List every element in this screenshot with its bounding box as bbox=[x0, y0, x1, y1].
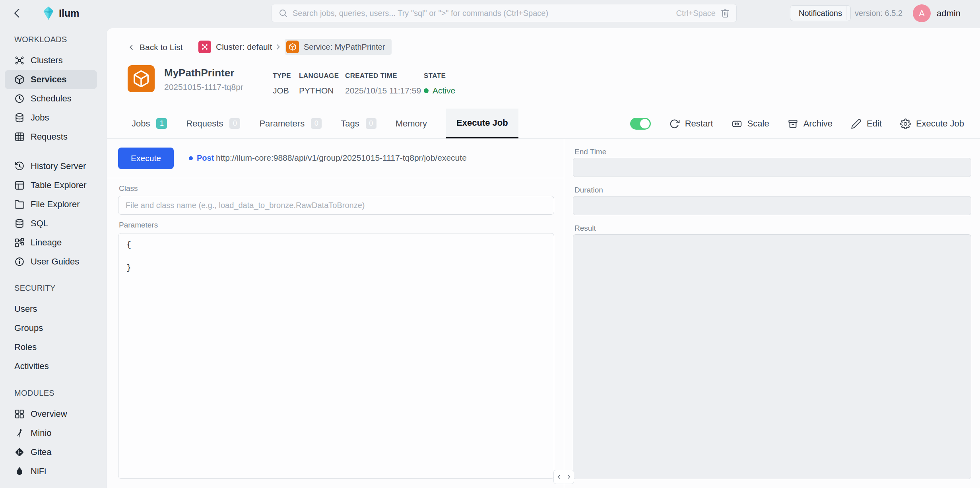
execute-endpoint-url: http://ilum-core:9888/api/v1/group/20251… bbox=[216, 153, 467, 163]
meta-created-time: CREATED TIME 2025/10/15 11:17:59 bbox=[345, 72, 421, 95]
tab-badge: 1 bbox=[156, 118, 167, 129]
sidebar-item-label: Table Explorer bbox=[31, 180, 87, 191]
sidebar: WORKLOADS Clusters Services Schedules Jo… bbox=[0, 26, 107, 488]
collapse-left-button[interactable] bbox=[553, 470, 564, 484]
sidebar-item-gitea[interactable]: Gitea bbox=[0, 443, 97, 462]
gitea-icon bbox=[14, 447, 25, 457]
tab-requests[interactable]: Requests 0 bbox=[186, 109, 240, 138]
sidebar-item-overview[interactable]: Overview bbox=[0, 404, 97, 424]
sidebar-item-file-explorer[interactable]: File Explorer bbox=[0, 195, 97, 214]
sidebar-item-minio[interactable]: Minio bbox=[0, 424, 97, 443]
meta-label: STATE bbox=[424, 72, 455, 80]
history-server-icon bbox=[14, 161, 25, 171]
sql-icon bbox=[14, 218, 25, 229]
sidebar-item-nifi[interactable]: NiFi bbox=[0, 462, 97, 481]
end-time-label: End Time bbox=[574, 148, 606, 156]
back-arrow-icon[interactable] bbox=[10, 6, 24, 20]
tab-label: Memory bbox=[396, 119, 427, 129]
archive-label: Archive bbox=[803, 119, 833, 129]
state-badge: Active bbox=[433, 86, 455, 95]
tab-label: Execute Job bbox=[456, 118, 508, 128]
restart-button[interactable]: Restart bbox=[669, 119, 713, 129]
notifications-button[interactable]: Notifications bbox=[790, 5, 851, 21]
post-method-label: Post bbox=[197, 154, 214, 163]
username-label: admin bbox=[937, 8, 961, 19]
sidebar-item-groups[interactable]: Groups bbox=[0, 319, 97, 338]
sidebar-item-services[interactable]: Services bbox=[5, 70, 97, 89]
restart-label: Restart bbox=[685, 119, 713, 129]
breadcrumb-cluster-label: Cluster: default bbox=[216, 42, 272, 52]
sidebar-item-activities[interactable]: Activities bbox=[0, 357, 97, 376]
execute-button[interactable]: Execute bbox=[118, 148, 174, 169]
sidebar-item-lineage[interactable]: Lineage bbox=[0, 233, 97, 252]
tab-badge: 0 bbox=[229, 118, 240, 129]
sidebar-item-table-explorer[interactable]: Table Explorer bbox=[0, 176, 97, 195]
ilum-logo-icon bbox=[41, 6, 56, 21]
scale-button[interactable]: Scale bbox=[732, 119, 769, 129]
clear-search-icon[interactable] bbox=[720, 8, 730, 18]
sidebar-item-label: Activities bbox=[14, 361, 49, 371]
search-shortcut-hint: Ctrl+Space bbox=[676, 9, 716, 18]
tab-label: Parameters bbox=[259, 119, 305, 129]
brand-name: Ilum bbox=[59, 8, 79, 19]
collapse-right-button[interactable] bbox=[564, 470, 574, 484]
sidebar-item-user-guides[interactable]: User Guides bbox=[0, 252, 97, 271]
panel-collapse-controls bbox=[553, 470, 574, 484]
sidebar-item-label: Jobs bbox=[31, 113, 49, 123]
sidebar-item-clusters[interactable]: Clusters bbox=[0, 51, 97, 70]
sidebar-item-label: Schedules bbox=[31, 93, 72, 104]
tab-tags[interactable]: Tags 0 bbox=[341, 109, 376, 138]
archive-button[interactable]: Archive bbox=[788, 119, 833, 129]
sidebar-item-label: Lineage bbox=[31, 237, 62, 248]
sidebar-item-label: Roles bbox=[14, 342, 37, 352]
service-group-id: 20251015-1117-tq8pr bbox=[164, 82, 243, 92]
breadcrumb-back[interactable]: Back to List bbox=[127, 41, 183, 54]
sidebar-item-label: Services bbox=[31, 74, 67, 85]
main-content: Back to List Cluster: default Service: M… bbox=[107, 28, 980, 488]
service-icon bbox=[286, 41, 299, 53]
result-textarea bbox=[573, 234, 971, 479]
tab-jobs[interactable]: Jobs 1 bbox=[132, 109, 167, 138]
edit-button[interactable]: Edit bbox=[851, 119, 882, 129]
nifi-icon bbox=[14, 466, 25, 476]
tab-memory[interactable]: Memory bbox=[396, 109, 427, 138]
sidebar-item-label: Minio bbox=[31, 428, 52, 438]
parameters-textarea[interactable]: { } bbox=[118, 233, 554, 479]
chevron-left-icon bbox=[127, 43, 136, 52]
sidebar-section-tools: History Server Table Explorer File Explo… bbox=[0, 157, 107, 271]
sidebar-item-users[interactable]: Users bbox=[0, 299, 97, 319]
sidebar-section-security: SECURITY Users Groups Roles Activities bbox=[0, 284, 107, 376]
minio-icon bbox=[14, 428, 25, 438]
sidebar-item-history-server[interactable]: History Server bbox=[0, 157, 97, 176]
execute-form-panel: Execute Post http://ilum-core:9888/api/v… bbox=[107, 139, 564, 488]
sidebar-section-modules: MODULES Overview Minio Gitea NiFi bbox=[0, 389, 107, 481]
sidebar-item-schedules[interactable]: Schedules bbox=[0, 89, 97, 108]
breadcrumb-cluster[interactable]: Cluster: default bbox=[198, 40, 272, 54]
sidebar-item-roles[interactable]: Roles bbox=[0, 338, 97, 357]
search-input[interactable] bbox=[293, 9, 671, 18]
chevron-right-icon bbox=[274, 43, 283, 51]
tab-badge: 0 bbox=[311, 118, 322, 129]
execute-job-button[interactable]: Execute Job bbox=[900, 119, 964, 129]
global-search[interactable]: Ctrl+Space bbox=[272, 4, 737, 22]
tab-parameters[interactable]: Parameters 0 bbox=[259, 109, 322, 138]
breadcrumb-service-label: Service: MyPathPrinter bbox=[304, 43, 385, 52]
divider bbox=[107, 178, 564, 178]
tab-label: Jobs bbox=[132, 119, 150, 129]
breadcrumb-service-chip[interactable]: Service: MyPathPrinter bbox=[285, 39, 392, 55]
service-enabled-toggle[interactable] bbox=[630, 118, 651, 130]
tab-execute-job[interactable]: Execute Job bbox=[446, 109, 518, 138]
sidebar-item-sql[interactable]: SQL bbox=[0, 214, 97, 233]
meta-state: STATE Active bbox=[424, 72, 455, 95]
class-input[interactable] bbox=[118, 196, 554, 215]
service-name: MyPathPrinter bbox=[164, 67, 234, 79]
sidebar-item-requests[interactable]: Requests bbox=[0, 127, 97, 146]
sidebar-item-label: Gitea bbox=[31, 447, 52, 457]
sidebar-item-label: Users bbox=[14, 304, 37, 314]
avatar[interactable]: A bbox=[913, 4, 931, 22]
sidebar-item-jobs[interactable]: Jobs bbox=[0, 108, 97, 127]
meta-value: PYTHON bbox=[299, 86, 339, 95]
parameters-label: Parameters bbox=[119, 221, 158, 229]
jobs-icon bbox=[14, 113, 25, 123]
archive-icon bbox=[788, 119, 798, 129]
